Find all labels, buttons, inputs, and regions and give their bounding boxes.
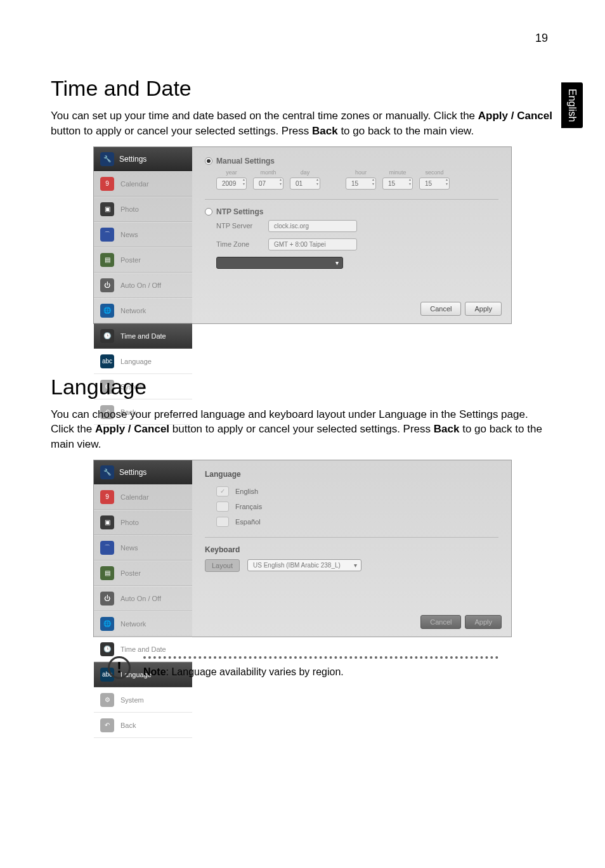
poster-icon: ▤ [100,566,114,580]
check-icon [216,517,229,527]
power-icon: ⏻ [100,592,114,606]
language-list: ✓English Français Español [205,484,498,529]
cancel-button[interactable]: Cancel [420,302,461,316]
sidebar-item-language[interactable]: abcLanguage [94,349,192,374]
language-section-label: Language [205,470,498,479]
label-minute: minute [382,169,413,176]
sidebar-item-label: Back [120,722,136,729]
photo-icon: ▣ [100,202,114,216]
sidebar-header: 🔧 Settings [94,460,192,484]
screenshot-language: 🔧 Settings 9Calendar ▣Photo ⌒News ▤Poste… [93,460,512,637]
label-year: year [216,169,247,176]
calendar-icon: 9 [100,490,114,504]
sidebar-item-photo[interactable]: ▣Photo [94,510,192,535]
month-spinner[interactable]: 07 [253,178,283,190]
sidebar-item-time-and-date[interactable]: 🕒Time and Date [94,323,192,349]
apply-button[interactable]: Apply [465,615,502,629]
ntp-server-input[interactable]: clock.isc.org [268,220,357,232]
date-field-labels: year month day hour minute second [205,169,498,176]
sidebar-item-label: Auto On / Off [120,595,161,602]
keyboard-layout-row: Layout US English (IBM Arabic 238_L) [205,559,498,572]
sidebar-item-news[interactable]: ⌒News [94,222,192,247]
sidebar-item-label: News [120,544,138,552]
radio-icon [205,208,212,216]
sidebar-item-label: Language [120,358,152,365]
day-spinner[interactable]: 01 [290,178,320,190]
sidebar-item-poster[interactable]: ▤Poster [94,560,192,586]
language-side-tab: English [561,82,583,128]
ntp-settings-label: NTP Settings [216,207,263,216]
ntp-settings-radio[interactable]: NTP Settings [205,207,498,216]
back-arrow-icon: ↶ [100,718,114,732]
sidebar-item-poster[interactable]: ▤Poster [94,247,192,273]
year-spinner[interactable]: 2009 [216,178,247,190]
sidebar-item-news[interactable]: ⌒News [94,535,192,560]
label-hour: hour [346,169,376,176]
radio-icon [205,157,212,165]
time-date-content: Manual Settings year month day hour minu… [192,147,511,323]
sidebar-item-label: Auto On / Off [120,282,161,289]
language-label: Español [235,518,261,526]
label-second: second [419,169,450,176]
date-spinners: 2009 07 01 15 15 15 [205,178,498,190]
photo-icon: ▣ [100,515,114,529]
sidebar-item-calendar[interactable]: 9Calendar [94,171,192,197]
ntp-server-label: NTP Server [216,222,261,230]
layout-label: Layout [205,559,240,572]
language-option-francais[interactable]: Français [216,499,498,514]
globe-icon: 🌐 [100,617,114,631]
sidebar-item-auto-on-off[interactable]: ⏻Auto On / Off [94,273,192,298]
sidebar-item-label: Network [120,307,146,314]
note-text: Note: Language availability varies by re… [143,666,554,678]
hour-spinner[interactable]: 15 [346,178,376,190]
timezone-label: Time Zone [216,240,261,248]
minute-spinner[interactable]: 15 [382,178,413,190]
sidebar-item-auto-on-off[interactable]: ⏻Auto On / Off [94,586,192,611]
timezone-row: Time Zone GMT + 8:00 Taipei [205,238,498,250]
sidebar-item-label: News [120,231,138,238]
sidebar-item-label: Time and Date [120,645,166,653]
rss-icon: ⌒ [100,541,114,555]
sidebar-header-label: Settings [119,155,146,164]
sidebar-item-back[interactable]: ↶Back [94,713,192,738]
keyboard-layout-select[interactable]: US English (IBM Arabic 238_L) [247,559,361,571]
sidebar-header-label: Settings [119,468,146,477]
manual-settings-radio[interactable]: Manual Settings [205,157,498,165]
language-label: English [235,488,258,495]
second-spinner[interactable]: 15 [419,178,450,190]
globe-icon: 🌐 [100,304,114,318]
exclamation-icon: ! [108,656,131,679]
sidebar-item-photo[interactable]: ▣Photo [94,197,192,222]
sidebar-item-system[interactable]: ⚙System [94,687,192,713]
check-icon: ✓ [216,486,229,496]
language-option-espanol[interactable]: Español [216,514,498,529]
note-section: ! Note: Language availability varies by … [108,656,554,679]
settings-sidebar: 🔧 Settings 9Calendar ▣Photo ⌒News ▤Poste… [94,147,192,323]
language-content: Language ✓English Français Español Keybo… [192,460,511,637]
sidebar-header: 🔧 Settings [94,147,192,171]
check-icon [216,502,229,512]
intro-time-and-date: You can set up your time and date based … [51,108,554,139]
heading-time-and-date: Time and Date [51,76,554,101]
rss-icon: ⌒ [100,228,114,242]
label-day: day [290,169,320,176]
dotted-divider [143,656,498,659]
clock-icon: 🕒 [100,642,114,656]
cancel-button[interactable]: Cancel [420,615,461,629]
sidebar-item-label: Calendar [120,180,149,188]
sidebar-item-network[interactable]: 🌐Network [94,298,192,323]
timezone-value: GMT + 8:00 Taipei [268,238,357,250]
timezone-dropdown[interactable] [216,257,343,269]
calendar-icon: 9 [100,177,114,191]
abc-icon: abc [100,354,114,368]
sidebar-item-label: Time and Date [120,332,166,340]
language-option-english[interactable]: ✓English [216,484,498,499]
sidebar-item-label: Photo [120,519,139,526]
sidebar-item-network[interactable]: 🌐Network [94,611,192,637]
power-icon: ⏻ [100,278,114,292]
settings-sidebar: 🔧 Settings 9Calendar ▣Photo ⌒News ▤Poste… [94,460,192,637]
apply-button[interactable]: Apply [465,302,502,316]
sidebar-item-label: Photo [120,205,139,213]
wrench-icon: 🔧 [100,465,114,479]
sidebar-item-calendar[interactable]: 9Calendar [94,484,192,510]
